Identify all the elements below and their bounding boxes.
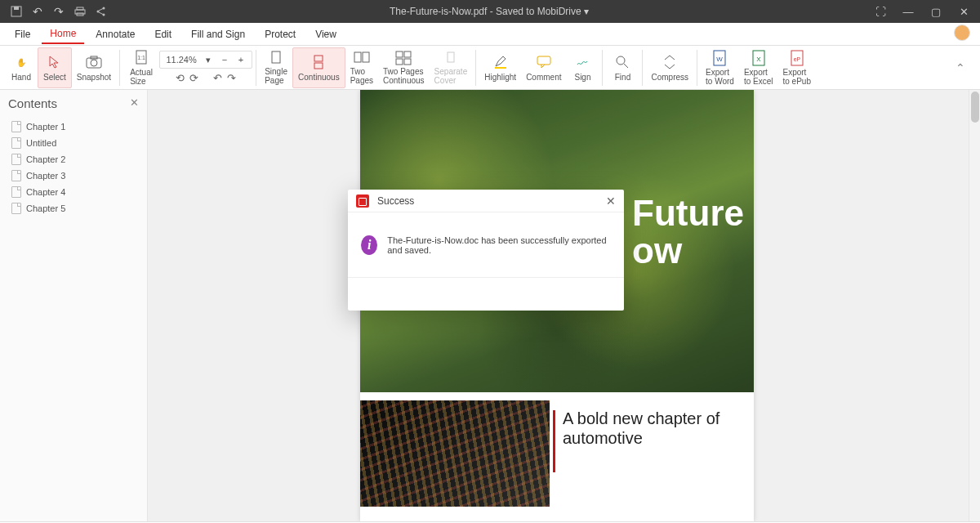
print-icon[interactable] <box>70 2 90 21</box>
share-icon[interactable] <box>91 2 111 21</box>
svg-rect-22 <box>396 59 403 65</box>
svg-rect-21 <box>404 51 411 57</box>
hand-label: Hand <box>11 73 31 82</box>
save-icon[interactable] <box>7 2 26 21</box>
svg-rect-24 <box>448 52 454 62</box>
redo-small-icon[interactable]: ↷ <box>227 72 236 84</box>
export-epub-label: Export to ePub <box>782 68 810 86</box>
two-pages-icon <box>353 51 371 65</box>
menu-view[interactable]: View <box>307 25 345 43</box>
svg-line-8 <box>99 9 103 11</box>
rotate-left-icon[interactable]: ⟲ <box>176 72 185 84</box>
page-image <box>360 400 550 507</box>
sign-icon <box>573 53 591 71</box>
toc-label: Chapter 2 <box>26 154 65 164</box>
toc-label: Chapter 3 <box>26 171 65 181</box>
page-icon <box>11 154 21 165</box>
camera-icon <box>85 53 103 71</box>
single-page-button[interactable]: Single Page <box>260 47 292 88</box>
highlight-icon <box>492 53 510 71</box>
actual-size-button[interactable]: 1:1 Actual Size <box>123 47 159 88</box>
redo-icon[interactable]: ↷ <box>49 2 69 21</box>
two-pages-continuous-button[interactable]: Two Pages Continuous <box>378 47 430 88</box>
hand-button[interactable]: ✋ Hand <box>5 47 38 88</box>
page-body-heading: A bold new chapter of automotive <box>563 409 739 448</box>
page-icon <box>11 121 21 132</box>
separate-cover-label: Separate Cover <box>434 67 468 85</box>
undo-icon[interactable]: ↶ <box>28 2 47 21</box>
snapshot-button[interactable]: Snapshot <box>72 47 116 88</box>
zoom-input[interactable] <box>163 55 199 65</box>
comment-button[interactable]: Comment <box>521 47 566 88</box>
separate-cover-button[interactable]: Separate Cover <box>430 47 473 88</box>
svg-point-27 <box>617 56 625 65</box>
menu-fill-sign[interactable]: Fill and Sign <box>183 25 253 43</box>
toc-item[interactable]: Chapter 3 <box>8 168 139 184</box>
menubar: File Home Annotate Edit Fill and Sign Pr… <box>0 23 980 46</box>
dialog-title: Success <box>377 195 414 207</box>
highlight-button[interactable]: Highlight <box>479 47 521 88</box>
export-word-label: Export to Word <box>706 68 734 86</box>
two-pages-label: Two Pages <box>350 67 373 85</box>
titlebar: ↶ ↷ The-Future-is-Now.pdf - Saved to Mob… <box>0 0 980 23</box>
separate-cover-icon <box>442 51 460 65</box>
svg-text:X: X <box>756 56 761 63</box>
minimize-icon[interactable]: — <box>895 2 921 21</box>
zoom-plus-icon[interactable]: + <box>234 55 248 65</box>
avatar-icon[interactable] <box>954 25 970 41</box>
toc-item[interactable]: Untitled <box>8 135 139 151</box>
zoom-minus-icon[interactable]: − <box>217 55 232 65</box>
toc-label: Chapter 1 <box>26 122 65 132</box>
toolbar: ✋ Hand Select Snapshot 1:1 Actual Size ▾… <box>0 46 980 90</box>
excel-icon: X <box>750 50 768 66</box>
toc-item[interactable]: Chapter 5 <box>8 200 139 217</box>
svg-rect-17 <box>314 63 323 69</box>
highlight-label: Highlight <box>484 73 516 82</box>
dialog-close-icon[interactable]: ✕ <box>606 194 616 208</box>
export-word-button[interactable]: W Export to Word <box>701 47 739 88</box>
single-page-label: Single Page <box>265 67 287 85</box>
epub-icon: eP <box>788 50 806 66</box>
info-icon: i <box>361 235 377 255</box>
toc-label: Chapter 5 <box>26 203 65 213</box>
app-icon <box>356 194 369 208</box>
select-button[interactable]: Select <box>38 47 72 88</box>
continuous-button[interactable]: Continuous <box>292 47 345 88</box>
svg-point-11 <box>91 60 97 66</box>
ribbon-collapse-icon[interactable]: ⌃ <box>956 61 965 74</box>
vertical-scrollbar[interactable] <box>969 90 980 521</box>
toc-item[interactable]: Chapter 4 <box>8 184 139 200</box>
compress-button[interactable]: Compress <box>646 47 693 88</box>
menu-home[interactable]: Home <box>42 25 84 44</box>
success-dialog: Success ✕ i The-Future-is-Now.doc has be… <box>348 190 624 311</box>
svg-line-9 <box>99 12 103 15</box>
rotate-right-icon[interactable]: ⟳ <box>189 72 198 84</box>
menu-edit[interactable]: Edit <box>146 25 180 43</box>
menu-annotate[interactable]: Annotate <box>87 25 143 43</box>
export-excel-button[interactable]: X Export to Excel <box>739 47 778 88</box>
comment-label: Comment <box>526 73 561 82</box>
fullscreen-icon[interactable]: ⛶ <box>867 2 893 21</box>
svg-rect-23 <box>404 59 411 65</box>
svg-text:W: W <box>717 56 724 63</box>
zoom-dropdown-icon[interactable]: ▾ <box>201 55 216 65</box>
find-button[interactable]: Find <box>606 47 639 88</box>
page-icon <box>11 203 21 214</box>
sign-button[interactable]: Sign <box>566 47 599 88</box>
find-label: Find <box>615 73 630 82</box>
sign-label: Sign <box>574 73 590 82</box>
toc-item[interactable]: Chapter 1 <box>8 118 139 135</box>
export-excel-label: Export to Excel <box>744 68 773 86</box>
compress-icon <box>661 53 679 71</box>
toc-item[interactable]: Chapter 2 <box>8 151 139 168</box>
scrollbar-thumb[interactable] <box>971 92 979 123</box>
export-epub-button[interactable]: eP Export to ePub <box>777 47 815 88</box>
undo-small-icon[interactable]: ↶ <box>213 72 222 84</box>
maximize-icon[interactable]: ▢ <box>923 2 949 21</box>
menu-file[interactable]: File <box>7 25 38 43</box>
close-sidebar-icon[interactable]: ✕ <box>130 96 139 109</box>
menu-protect[interactable]: Protect <box>256 25 304 43</box>
page-icon <box>11 186 21 198</box>
close-window-icon[interactable]: ✕ <box>951 2 977 21</box>
two-pages-button[interactable]: Two Pages <box>345 47 378 88</box>
